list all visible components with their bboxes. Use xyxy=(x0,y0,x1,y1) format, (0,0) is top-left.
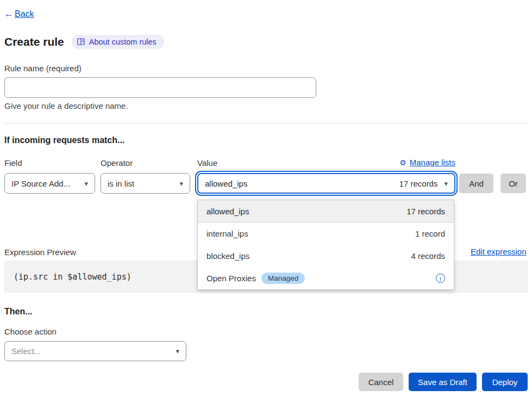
field-select[interactable]: IP Source Add... ▾ xyxy=(4,173,95,194)
action-select[interactable]: Select... ▾ xyxy=(4,341,186,361)
back-link-label[interactable]: Back xyxy=(15,9,34,19)
list-item-allowed-ips[interactable]: allowed_ips 17 records xyxy=(198,200,454,222)
rule-name-input[interactable] xyxy=(4,77,316,98)
match-section-heading: If incoming requests match... xyxy=(4,135,124,145)
back-link[interactable]: ← Back xyxy=(4,9,34,20)
list-dropdown-panel: allowed_ips 17 records internal_ips 1 re… xyxy=(197,200,454,290)
list-item-name: blocked_ips xyxy=(206,251,249,261)
book-icon xyxy=(77,38,85,46)
list-item-count: 1 record xyxy=(415,229,445,238)
chevron-down-icon: ▾ xyxy=(176,347,179,355)
operator-select-value: is in list xyxy=(108,179,134,188)
value-select-count: 17 records xyxy=(399,179,438,188)
operator-label: Operator xyxy=(101,158,133,168)
list-item-name: Open Proxies xyxy=(206,274,256,283)
info-icon[interactable]: i xyxy=(436,274,445,283)
list-item-count: 17 records xyxy=(406,207,445,216)
list-item-open-proxies[interactable]: Open Proxies Managed i xyxy=(198,267,454,289)
action-select-placeholder: Select... xyxy=(11,347,41,356)
or-button[interactable]: Or xyxy=(500,174,526,193)
value-label: Value xyxy=(197,158,217,168)
then-heading: Then... xyxy=(4,307,33,317)
title-row: Create rule About custom rules xyxy=(4,35,164,49)
section-divider xyxy=(4,123,528,123)
gear-icon: ⚙ xyxy=(399,158,406,167)
about-custom-rules-link[interactable]: About custom rules xyxy=(72,35,164,49)
list-item-name: internal_ips xyxy=(206,229,248,238)
list-item-internal-ips[interactable]: internal_ips 1 record xyxy=(198,222,454,245)
choose-action-label: Choose action xyxy=(4,327,57,336)
list-item-name: allowed_ips xyxy=(206,207,249,216)
rule-name-label: Rule name (required) xyxy=(4,64,82,73)
expression-code-text: (ip.src in $allowed_ips) xyxy=(14,272,132,282)
chevron-down-icon: ▾ xyxy=(84,180,88,188)
field-label: Field xyxy=(4,158,22,168)
rule-name-helper: Give your rule a descriptive name. xyxy=(4,101,128,110)
value-select[interactable]: allowed_ips 17 records ▾ xyxy=(197,173,455,194)
and-button[interactable]: And xyxy=(459,174,493,193)
list-item-blocked-ips[interactable]: blocked_ips 4 records xyxy=(198,245,454,267)
field-select-value: IP Source Add... xyxy=(11,179,70,188)
chevron-down-icon: ▾ xyxy=(179,180,183,188)
cancel-button[interactable]: Cancel xyxy=(359,373,403,391)
operator-select[interactable]: is in list ▾ xyxy=(101,173,190,194)
chevron-down-icon: ▾ xyxy=(444,180,448,188)
manage-lists-label[interactable]: Manage lists xyxy=(410,158,455,167)
managed-badge: Managed xyxy=(261,273,305,284)
about-custom-rules-label: About custom rules xyxy=(89,38,157,46)
save-as-draft-button[interactable]: Save as Draft xyxy=(409,373,477,391)
expression-preview-label: Expression Preview xyxy=(4,248,76,257)
back-arrow-icon: ← xyxy=(4,9,14,20)
edit-expression-link[interactable]: Edit expression xyxy=(471,247,527,256)
manage-lists-link[interactable]: ⚙ Manage lists xyxy=(326,158,455,167)
page-title: Create rule xyxy=(4,35,64,48)
value-select-name: allowed_ips xyxy=(205,179,247,188)
deploy-button[interactable]: Deploy xyxy=(482,373,528,391)
list-item-count: 4 records xyxy=(411,251,445,261)
